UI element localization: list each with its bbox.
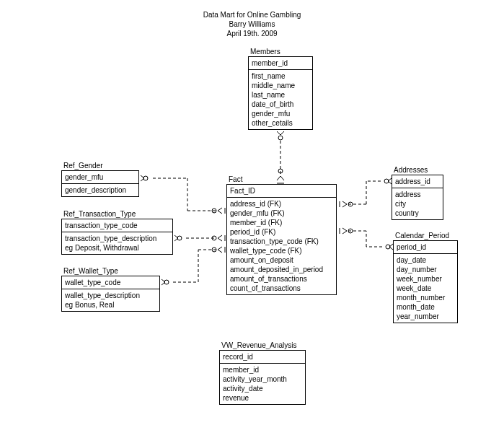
attr-field: member_id (FK) <box>230 218 333 227</box>
pk-field: wallet_type_code <box>65 278 156 287</box>
attr-field: wallet_type_code (FK) <box>230 246 333 255</box>
entity-calendar-period: Calendar_Period period_id day_date day_n… <box>393 232 458 323</box>
attr-field: week_number <box>397 274 454 284</box>
diagram-title: Data Mart for Online Gambling <box>0 10 504 19</box>
attr-field: day_date <box>397 255 454 265</box>
diagram-header: Data Mart for Online Gambling Barry Will… <box>0 10 504 38</box>
attr-field: eg Deposit, Withdrawal <box>65 243 169 253</box>
pk-field: transaction_type_code <box>65 221 169 230</box>
rel-gender-fact <box>141 175 225 214</box>
rel-calendar-fact <box>340 228 393 250</box>
entity-vw-revenue-analysis: VW_Revenue_Analysis record_id member_id … <box>219 341 306 405</box>
entity-title: Ref_Wallet_Type <box>61 267 160 276</box>
attr-field: country <box>395 209 440 218</box>
entity-fact: Fact Fact_ID address_id (FK) gender_mfu … <box>226 175 337 295</box>
attr-field: period_id (FK) <box>230 227 333 237</box>
pk-field: member_id <box>252 58 309 68</box>
attr-field: eg Bonus, Real <box>65 300 156 310</box>
attr-field: member_id <box>223 365 302 375</box>
entity-title: Fact <box>226 175 337 184</box>
attr-field: middle_name <box>252 81 309 90</box>
attr-field: day_number <box>397 265 454 274</box>
attr-field: address <box>395 190 440 199</box>
attr-field: activity_year_month <box>223 375 302 384</box>
attr-field: month_number <box>397 293 454 302</box>
attr-field: address_id (FK) <box>230 199 333 209</box>
svg-point-17 <box>164 280 169 284</box>
attr-field: amount_deposited_in_period <box>230 265 333 274</box>
attr-field: transaction_type_description <box>65 234 169 243</box>
diagram-author: Barry Williams <box>0 19 504 29</box>
entity-title: Members <box>248 48 313 56</box>
entity-members: Members member_id first_name middle_name… <box>248 48 313 130</box>
svg-point-25 <box>348 202 353 206</box>
pk-field: period_id <box>397 242 454 252</box>
attr-field: transaction_type_code (FK) <box>230 237 333 246</box>
attr-field: gender_mfu (FK) <box>230 209 333 218</box>
entity-title: Ref_Gender <box>61 162 139 170</box>
attr-field: amount_of_transactions <box>230 274 333 284</box>
attr-field: year_number <box>397 312 454 321</box>
svg-point-3 <box>278 169 283 173</box>
attr-field: first_name <box>252 71 309 81</box>
attr-field: count_of_transactions <box>230 284 333 293</box>
entity-addresses: Addresses address_id address city countr… <box>392 166 443 220</box>
pk-field: address_id <box>395 177 440 186</box>
svg-point-31 <box>348 229 353 233</box>
rel-transaction-fact <box>174 235 225 241</box>
svg-point-7 <box>143 176 148 180</box>
entity-title: Ref_Transaction_Type <box>61 210 173 219</box>
entity-ref-wallet-type: Ref_Wallet_Type wallet_type_code wallet_… <box>61 267 160 312</box>
attr-field: month_date <box>397 302 454 312</box>
svg-point-1 <box>278 136 283 140</box>
entity-title: Calendar_Period <box>393 232 458 240</box>
attr-field: amount_on_deposit <box>230 255 333 265</box>
entity-ref-gender: Ref_Gender gender_mfu gender_description <box>61 162 139 197</box>
svg-point-23 <box>384 179 389 183</box>
rel-addresses-fact <box>340 178 392 207</box>
svg-point-13 <box>212 236 216 240</box>
pk-field: Fact_ID <box>230 186 333 196</box>
attr-field: other_cetails <box>252 118 309 128</box>
attr-field: gender_mfu <box>252 109 309 118</box>
diagram-date: April 19th. 2009 <box>0 29 504 38</box>
attr-field: activity_date <box>223 384 302 393</box>
entity-ref-transaction-type: Ref_Transaction_Type transaction_type_co… <box>61 210 173 255</box>
svg-point-9 <box>212 209 216 213</box>
pk-field: record_id <box>223 352 302 362</box>
entity-title: Addresses <box>392 166 443 175</box>
svg-point-29 <box>386 245 390 249</box>
svg-point-11 <box>177 236 182 240</box>
attr-field: revenue <box>223 393 302 403</box>
attr-field: gender_description <box>65 185 136 195</box>
pk-field: gender_mfu <box>65 172 136 182</box>
svg-point-19 <box>212 248 216 252</box>
attr-field: date_of_birth <box>252 100 309 109</box>
attr-field: city <box>395 199 440 209</box>
attr-field: last_name <box>252 90 309 100</box>
entity-title: VW_Revenue_Analysis <box>219 341 306 350</box>
attr-field: wallet_type_description <box>65 291 156 300</box>
attr-field: week_date <box>397 284 454 293</box>
